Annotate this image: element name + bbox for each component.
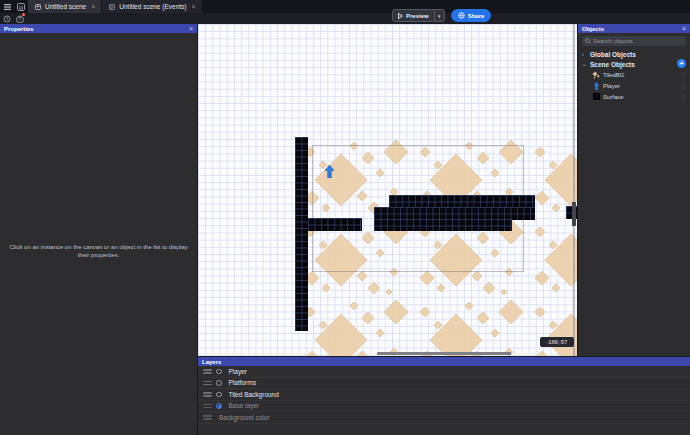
tab-untitled-scene[interactable]: Untitled scene × [28, 0, 102, 13]
add-object-button[interactable]: + [677, 59, 686, 68]
layer-radio[interactable] [216, 369, 222, 375]
properties-title: Properties [4, 26, 34, 32]
object-item-player[interactable]: Player ⋮ [578, 80, 690, 91]
platform-small-ledge[interactable] [308, 218, 362, 231]
layer-row-background-color[interactable]: Background color [198, 412, 690, 424]
layers-title: Layers [202, 359, 221, 365]
object-item-label: Surface [603, 94, 624, 100]
object-item-menu-icon[interactable]: ⋮ [680, 82, 686, 89]
player-object-icon [592, 82, 600, 90]
tab-label: Untitled scene (Events) [119, 3, 186, 10]
history-clock-icon[interactable] [0, 13, 13, 24]
tab-untitled-scene-events[interactable]: Untitled scene (Events) × [102, 0, 202, 13]
layer-radio[interactable] [216, 392, 222, 398]
properties-close-icon[interactable]: × [189, 25, 193, 32]
object-item-surface[interactable]: Surface ⋮ [578, 91, 690, 102]
layer-label: Base layer [229, 402, 260, 409]
preview-button[interactable]: Preview [393, 10, 434, 21]
top-actions: Preview ▾ Share [392, 9, 491, 22]
player-instance[interactable] [325, 165, 334, 178]
drag-handle-icon[interactable] [203, 381, 212, 386]
objects-search [582, 36, 686, 46]
drag-handle-icon[interactable] [203, 415, 212, 420]
search-icon [585, 38, 591, 44]
tab-close-icon[interactable]: × [192, 3, 196, 10]
object-item-label: Player [603, 83, 620, 89]
global-objects-label: Global Objects [590, 51, 636, 58]
objects-close-icon[interactable]: × [682, 25, 686, 32]
chevron-down-icon: ⌄ [582, 61, 587, 67]
share-button[interactable]: Share [451, 9, 492, 22]
layers-panel: Layers Player Platforms Tiled Background… [198, 356, 690, 435]
object-item-menu-icon[interactable]: ⋮ [680, 71, 686, 78]
objects-panel: Objects × › Global Objects ⌄ Scene Objec… [577, 24, 690, 356]
toolbar [0, 13, 690, 24]
platform-large-bottom[interactable] [374, 219, 512, 231]
object-item-menu-icon[interactable]: ⋮ [680, 93, 686, 100]
tiledbg-object-icon [592, 71, 600, 79]
layer-radio-selected[interactable] [216, 403, 222, 409]
search-input[interactable] [593, 38, 683, 44]
object-item-tiledbg[interactable]: TiledBG ⋮ [578, 69, 690, 80]
drag-handle-icon[interactable] [203, 404, 212, 409]
preview-label: Preview [406, 13, 429, 19]
properties-header: Properties × [0, 24, 197, 33]
platform-vertical-column[interactable] [295, 137, 308, 331]
layer-label: Player [229, 368, 247, 375]
layer-row-player[interactable]: Player [198, 366, 690, 378]
tab-label: Untitled scene [45, 3, 86, 10]
layer-label: Background color [219, 414, 270, 421]
tab-strip: Untitled scene × Untitled scene (Events)… [0, 0, 690, 13]
publish-export-icon[interactable] [13, 13, 26, 24]
notification-dot [22, 13, 25, 16]
layer-row-platforms[interactable]: Platforms [198, 378, 690, 390]
surface-object-icon [592, 93, 600, 101]
project-manager-menu-icon[interactable] [0, 0, 14, 13]
share-label: Share [468, 13, 485, 19]
scene-objects-group[interactable]: ⌄ Scene Objects + [578, 59, 690, 69]
object-item-label: TiledBG [603, 72, 624, 78]
preview-dropdown-caret[interactable]: ▾ [434, 10, 444, 21]
scene-tab-icon [34, 3, 42, 11]
layers-header: Layers [198, 357, 690, 366]
objects-header: Objects × [578, 24, 690, 33]
layer-label: Platforms [229, 379, 256, 386]
layer-label: Tiled Background [229, 391, 279, 398]
scene-canvas[interactable]: -166;-57 [198, 24, 577, 356]
play-icon [398, 13, 403, 19]
global-objects-group[interactable]: › Global Objects [578, 49, 690, 59]
gdevelop-editor-window: Untitled scene × Untitled scene (Events)… [0, 0, 690, 435]
scene-objects-label: Scene Objects [590, 61, 635, 68]
home-icon[interactable] [14, 0, 28, 13]
drag-handle-icon[interactable] [203, 369, 212, 374]
canvas-vertical-scrollbar[interactable] [573, 24, 575, 356]
preview-button-group: Preview ▾ [392, 9, 445, 22]
layer-row-tiled-background[interactable]: Tiled Background [198, 389, 690, 401]
layer-radio[interactable] [216, 380, 222, 386]
properties-panel: Properties × Click on an instance on the… [0, 24, 198, 435]
globe-icon [458, 12, 465, 19]
canvas-vertical-scrollbar-thumb[interactable] [572, 202, 576, 226]
cursor-coordinates-readout: -166;-57 [540, 337, 574, 347]
events-tab-icon [108, 3, 116, 11]
objects-title: Objects [582, 26, 604, 32]
canvas-horizontal-scrollbar-thumb[interactable] [377, 352, 511, 355]
drag-handle-icon[interactable] [203, 392, 212, 397]
chevron-right-icon: › [582, 51, 587, 57]
properties-empty-message: Click on an instance on the canvas or an… [4, 243, 193, 259]
tab-close-icon[interactable]: × [91, 3, 95, 10]
layer-row-base-layer[interactable]: Base layer [198, 401, 690, 413]
